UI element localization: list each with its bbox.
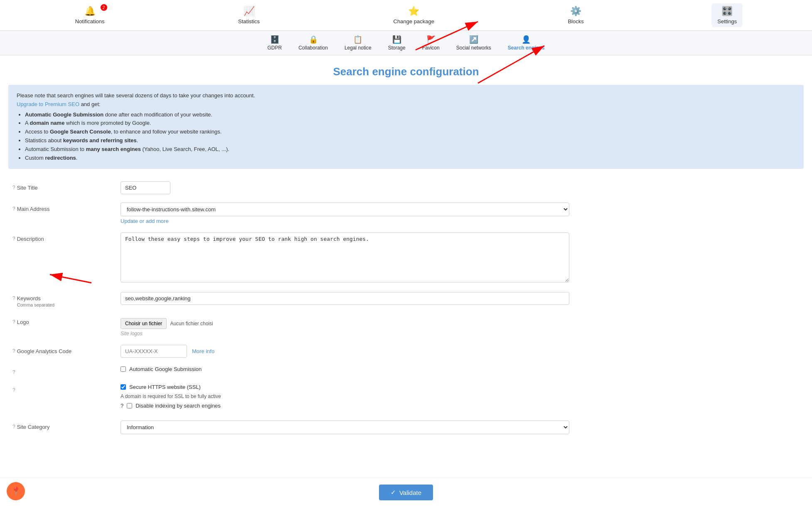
https-checkbox-row: Secure HTTPS website (SSL) [121, 384, 569, 390]
logo-control: Choisir un fichier Aucun fichier choisi … [121, 316, 569, 336]
upgrade-link[interactable]: Upgrade to Premium SEO [17, 101, 79, 107]
site-category-help-icon[interactable]: ? [12, 424, 15, 430]
analytics-control: More info [121, 345, 569, 358]
site-title-input[interactable] [121, 181, 170, 194]
site-logos-label: Site logos [121, 331, 569, 336]
disable-indexing-checkbox[interactable] [127, 403, 132, 408]
description-label-text: Description [17, 236, 44, 242]
social-networks-label: Social networks [456, 45, 491, 51]
disable-indexing-checkbox-row: ? Disable indexing by search engines [121, 403, 569, 409]
logo-file-area: Choisir un fichier Aucun fichier choisi [121, 318, 569, 329]
site-title-help-icon[interactable]: ? [12, 185, 15, 190]
nav-item-settings[interactable]: 🎛️ Settings [711, 3, 743, 27]
blocks-label: Blocks [568, 18, 583, 25]
statistics-icon: 📈 [244, 6, 255, 17]
nav-item-blocks[interactable]: ⚙️ Blocks [562, 3, 589, 27]
sub-nav-collaboration[interactable]: 🔒 Collaboration [294, 33, 332, 52]
site-category-select[interactable]: Information Business Blog Portfolio E-co… [121, 420, 569, 434]
https-checkbox[interactable] [121, 384, 126, 390]
top-navigation: 🔔 2 Notifications 📈 Statistics ⭐ Change … [0, 0, 812, 31]
bullet-3: Access to Google Search Console, to enha… [25, 128, 795, 136]
info-main-text: Please note that search engines will tak… [17, 92, 255, 99]
blocks-icon: ⚙️ [570, 6, 581, 17]
change-package-icon: ⭐ [408, 6, 419, 17]
keywords-input[interactable] [121, 292, 569, 305]
no-file-chosen-label: Aucun fichier choisi [170, 321, 213, 326]
site-title-row: ? Site Title [12, 181, 569, 194]
info-box: Please note that search engines will tak… [8, 85, 804, 169]
https-help-icon[interactable]: ? [12, 387, 15, 393]
notifications-label: Notifications [75, 18, 105, 25]
more-info-link[interactable]: More info [192, 348, 214, 354]
sub-nav-storage[interactable]: 💾 Storage [384, 33, 410, 52]
change-package-label: Change package [394, 18, 434, 25]
social-networks-icon: ↗️ [469, 35, 478, 44]
site-category-label-text: Site Category [17, 424, 50, 430]
site-category-control: Information Business Blog Portfolio E-co… [121, 420, 569, 434]
choose-file-button[interactable]: Choisir un fichier [121, 318, 167, 329]
auto-google-row: ? Automatic Google Submission [12, 366, 569, 376]
notifications-icon: 🔔 [84, 6, 96, 17]
analytics-help-icon[interactable]: ? [12, 348, 15, 354]
analytics-input-row: More info [121, 345, 569, 358]
legal-notice-label: Legal notice [344, 45, 372, 51]
main-address-label-text: Main Address [17, 206, 50, 212]
storage-label: Storage [388, 45, 406, 51]
description-row: ? Description Follow these easy steps to… [12, 232, 569, 284]
collaboration-icon: 🔒 [309, 35, 318, 44]
https-checkbox-label: Secure HTTPS website (SSL) [129, 384, 201, 390]
logo-row: ? Logo Choisir un fichier Aucun fichier … [12, 316, 569, 336]
search-engines-label: Search engines [508, 45, 545, 51]
https-label: ? [12, 384, 121, 393]
keywords-help-icon[interactable]: ? [12, 295, 15, 301]
auto-google-help-icon[interactable]: ? [12, 369, 15, 375]
nav-item-change-package[interactable]: ⭐ Change package [388, 3, 440, 27]
site-title-label: ? Site Title [12, 181, 121, 191]
settings-icon: 🎛️ [721, 6, 733, 17]
sub-nav-favicon[interactable]: 🚩 Favicon [418, 33, 444, 52]
description-textarea[interactable]: Follow these easy steps to improve your … [121, 232, 569, 282]
form-area: ? Site Title ? Main Address follow-the-i… [0, 177, 582, 467]
disable-indexing-help-icon[interactable]: ? [121, 403, 123, 409]
logo-help-icon[interactable]: ? [12, 319, 15, 325]
auto-google-checkbox[interactable] [121, 366, 126, 372]
keywords-sublabel: Comma separated [17, 302, 55, 307]
analytics-label-text: Google Analytics Code [17, 348, 72, 354]
sub-nav-social-networks[interactable]: ↗️ Social networks [452, 33, 495, 52]
settings-label: Settings [717, 18, 737, 25]
bullet-5: Automatic Submission to many search engi… [25, 145, 795, 154]
collaboration-label: Collaboration [298, 45, 328, 51]
nav-item-notifications[interactable]: 🔔 2 Notifications [69, 3, 111, 27]
update-add-more-link[interactable]: Update or add more [121, 218, 569, 224]
site-category-label: ? Site Category [12, 420, 121, 430]
favicon-icon: 🚩 [426, 35, 436, 44]
description-help-icon[interactable]: ? [12, 236, 15, 242]
gdpr-label: GDPR [268, 45, 282, 51]
analytics-row: ? Google Analytics Code More info [12, 345, 569, 358]
https-row: ? Secure HTTPS website (SSL) A domain is… [12, 384, 569, 412]
keywords-label-text: Keywords [17, 295, 55, 302]
analytics-input[interactable] [121, 345, 187, 358]
ssl-note: A domain is required for SSL to be fully… [121, 393, 569, 399]
keywords-row: ? Keywords Comma separated [12, 292, 569, 307]
main-address-row: ? Main Address follow-the-instructions-w… [12, 203, 569, 224]
notifications-badge: 2 [101, 4, 107, 11]
sub-nav-search-engines[interactable]: 👤 Search engines [504, 33, 549, 52]
description-control: Follow these easy steps to improve your … [121, 232, 569, 284]
auto-google-checkbox-row: Automatic Google Submission [121, 366, 569, 372]
main-address-select[interactable]: follow-the-instructions-with.sitew.com [121, 203, 569, 216]
bullet-1: Automatic Google Submission done after e… [25, 111, 795, 119]
main-address-help-icon[interactable]: ? [12, 206, 15, 212]
sub-navigation: 🗄️ GDPR 🔒 Collaboration 📋 Legal notice 💾… [0, 31, 812, 55]
statistics-label: Statistics [238, 18, 260, 25]
auto-google-label: ? [12, 366, 121, 375]
nav-item-statistics[interactable]: 📈 Statistics [232, 3, 266, 27]
sub-nav-gdpr[interactable]: 🗄️ GDPR [263, 33, 286, 52]
site-category-row: ? Site Category Information Business Blo… [12, 420, 569, 434]
legal-notice-icon: 📋 [353, 35, 362, 44]
https-control: Secure HTTPS website (SSL) A domain is r… [121, 384, 569, 412]
bullet-6: Custom redirections. [25, 154, 795, 163]
info-bullets: Automatic Google Submission done after e… [25, 111, 795, 163]
sub-nav-legal-notice[interactable]: 📋 Legal notice [340, 33, 376, 52]
gdpr-icon: 🗄️ [270, 35, 279, 44]
